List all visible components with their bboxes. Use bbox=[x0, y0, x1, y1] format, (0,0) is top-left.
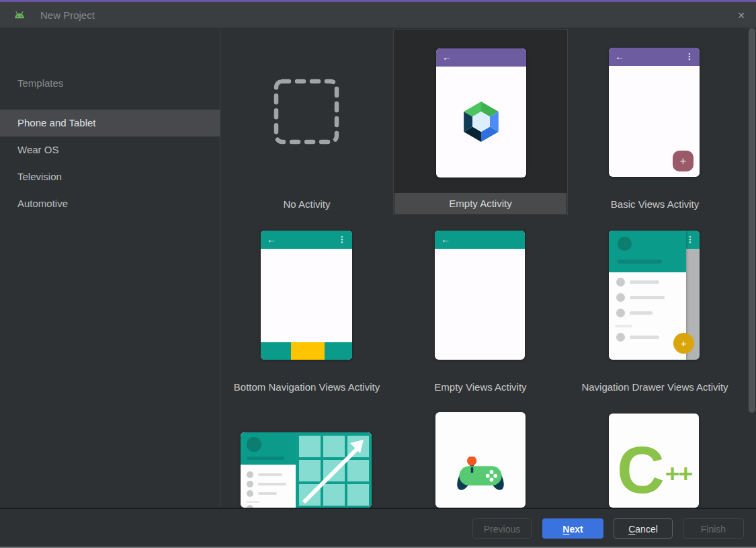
list-bullet bbox=[616, 278, 625, 286]
next-button-label: ext bbox=[569, 524, 583, 535]
list-bullet bbox=[616, 293, 625, 302]
templates-sidebar: Templates Phone and Tablet Wear OS Telev… bbox=[0, 28, 220, 508]
template-label: No Activity bbox=[220, 198, 393, 211]
list-divider bbox=[615, 325, 632, 327]
titlebar[interactable]: New Project ✕ bbox=[0, 2, 756, 28]
template-card-native-cpp[interactable]: C++ bbox=[609, 414, 699, 508]
jetpack-compose-icon bbox=[458, 98, 504, 145]
empty-views-mockup: ← bbox=[435, 231, 525, 360]
empty-activity-mockup: ← bbox=[436, 48, 526, 178]
template-card-game-activity[interactable] bbox=[435, 412, 526, 508]
footer: Previous Next Cancel Finish bbox=[0, 509, 756, 547]
fab-plus-icon: + bbox=[673, 333, 694, 354]
list-bullet bbox=[247, 471, 253, 478]
template-label: Basic Views Activity bbox=[568, 198, 742, 211]
bottom-navigation-mockup: ← ⋮ bbox=[261, 231, 352, 360]
cpp-plusplus-glyph: ++ bbox=[665, 460, 691, 487]
navigation-drawer-mockup: ⋮ + bbox=[609, 231, 700, 360]
mockup-appbar: ← ⋮ bbox=[261, 231, 352, 249]
template-card-empty-views-activity[interactable]: ← Empty Views Activity bbox=[393, 231, 568, 402]
drawer-header-line bbox=[247, 457, 284, 460]
mockup-drawer bbox=[241, 432, 296, 508]
back-arrow-icon: ← bbox=[442, 48, 452, 67]
no-activity-dashed-icon bbox=[273, 78, 340, 145]
mockup-bottom-nav bbox=[261, 342, 352, 360]
finish-button[interactable]: Finish bbox=[683, 518, 744, 539]
list-bullet bbox=[247, 490, 253, 497]
game-controller-icon bbox=[456, 457, 505, 492]
template-label: Empty Activity bbox=[394, 193, 566, 214]
next-button[interactable]: Next bbox=[542, 518, 603, 539]
template-gallery: No Activity ← Empty Activity bbox=[220, 28, 748, 508]
list-line bbox=[258, 483, 286, 485]
android-icon bbox=[13, 11, 26, 24]
list-bullet bbox=[247, 481, 253, 487]
list-divider bbox=[246, 501, 259, 503]
list-line bbox=[630, 280, 659, 284]
kebab-menu-icon: ⋮ bbox=[338, 231, 346, 249]
mockup-appbar: ← bbox=[435, 231, 525, 249]
mockup-appbar: ← ⋮ bbox=[609, 48, 700, 66]
trending-arrow-icon bbox=[296, 432, 372, 508]
template-label: Navigation Drawer Views Activity bbox=[568, 381, 742, 394]
sidebar-item-label: Television bbox=[17, 171, 62, 182]
previous-button[interactable]: Previous bbox=[472, 518, 532, 539]
avatar bbox=[247, 437, 261, 452]
scrollbar-thumb[interactable] bbox=[749, 28, 755, 413]
cpp-c-glyph: C bbox=[617, 433, 665, 507]
mockup-appbar: ← bbox=[436, 48, 526, 67]
back-arrow-icon: ← bbox=[267, 231, 276, 249]
cancel-button-label: ancel bbox=[635, 524, 657, 535]
dialog-title: New Project bbox=[40, 2, 95, 28]
cancel-button-mnemonic: C bbox=[628, 524, 635, 535]
previous-button-label: Previous bbox=[484, 524, 520, 535]
cpp-logo: C++ bbox=[609, 442, 699, 499]
sidebar-item-television[interactable]: Television bbox=[0, 163, 220, 190]
new-project-dialog: New Project ✕ Templates Phone and Tablet… bbox=[0, 0, 756, 548]
sidebar-item-automotive[interactable]: Automotive bbox=[0, 190, 220, 217]
template-card-empty-activity[interactable]: ← Empty Activity bbox=[393, 29, 568, 215]
kebab-menu-icon: ⋮ bbox=[685, 48, 694, 66]
fab-plus-icon: + bbox=[673, 151, 694, 171]
close-icon[interactable]: ✕ bbox=[733, 7, 749, 24]
list-bullet bbox=[616, 333, 625, 342]
template-card-bottom-navigation-views-activity[interactable]: ← ⋮ Bottom Navigation Views Activity bbox=[220, 231, 393, 402]
back-arrow-icon: ← bbox=[441, 231, 450, 249]
drawer-header bbox=[609, 231, 686, 272]
mockup-grid bbox=[296, 432, 372, 508]
template-card-navigation-drawer-views-activity[interactable]: ⋮ + N bbox=[568, 231, 742, 402]
list-line bbox=[258, 473, 282, 476]
sidebar-item-label: Phone and Tablet bbox=[17, 117, 96, 128]
cancel-button[interactable]: Cancel bbox=[614, 518, 673, 539]
sidebar-header: Templates bbox=[17, 70, 63, 97]
template-label: Empty Views Activity bbox=[393, 381, 568, 394]
sidebar-item-label: Automotive bbox=[17, 198, 68, 209]
list-line bbox=[630, 336, 659, 339]
template-card-responsive-views[interactable] bbox=[241, 432, 372, 508]
list-line bbox=[258, 492, 277, 495]
sidebar-item-phone-and-tablet[interactable]: Phone and Tablet bbox=[0, 110, 220, 136]
list-line bbox=[630, 296, 665, 299]
sidebar-item-label: Wear OS bbox=[17, 144, 58, 155]
template-card-basic-views-activity[interactable]: ← ⋮ + Basic Views Activity bbox=[568, 29, 742, 215]
sidebar-item-wear-os[interactable]: Wear OS bbox=[0, 136, 220, 163]
next-button-mnemonic: N bbox=[562, 524, 569, 535]
list-line bbox=[630, 311, 653, 315]
drawer-header-line bbox=[618, 260, 662, 264]
drawer-header bbox=[241, 432, 296, 465]
finish-button-label: Finish bbox=[701, 524, 726, 535]
template-card-no-activity[interactable]: No Activity bbox=[220, 29, 393, 215]
kebab-menu-icon: ⋮ bbox=[686, 231, 694, 249]
scrollbar[interactable] bbox=[748, 28, 756, 508]
basic-views-mockup: ← ⋮ + bbox=[609, 48, 700, 177]
avatar bbox=[618, 237, 632, 251]
list-bullet bbox=[616, 309, 625, 317]
back-arrow-icon: ← bbox=[615, 48, 624, 66]
bottom-nav-highlight bbox=[291, 342, 325, 360]
template-label: Bottom Navigation Views Activity bbox=[220, 381, 393, 394]
